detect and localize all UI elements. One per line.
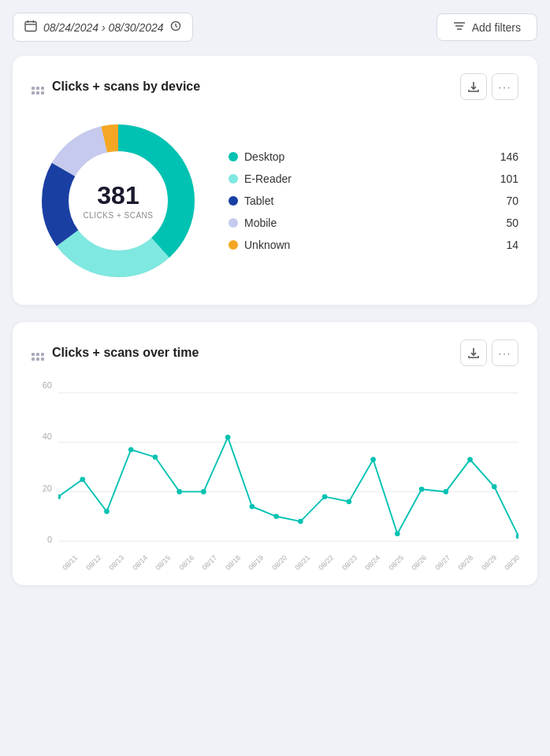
time-more-button[interactable]: ··· xyxy=(492,339,518,366)
y-label-60: 60 xyxy=(32,380,52,390)
y-label-0: 0 xyxy=(32,535,52,544)
svg-point-29 xyxy=(322,494,328,499)
add-filters-button[interactable]: Add filters xyxy=(437,13,537,41)
device-card-title: Clicks + scans by device xyxy=(52,80,200,94)
legend-left: Tablet xyxy=(229,195,273,207)
legend-value-desktop: 146 xyxy=(500,150,518,163)
legend-item-mobile: Mobile 50 xyxy=(229,217,518,229)
legend-dot-desktop xyxy=(229,152,238,161)
device-card-header: Clicks + scans by device ··· xyxy=(32,73,518,100)
svg-point-22 xyxy=(153,454,158,460)
legend-value-e-reader: 101 xyxy=(500,172,518,185)
legend-item-desktop: Desktop 146 xyxy=(229,150,518,163)
clock-icon xyxy=(170,20,181,34)
svg-point-21 xyxy=(128,447,134,453)
date-range-text: 08/24/2024 › 08/30/2024 xyxy=(43,21,164,34)
more-dots-icon: ··· xyxy=(499,81,512,93)
svg-point-31 xyxy=(370,457,376,462)
svg-point-33 xyxy=(419,487,425,492)
svg-point-23 xyxy=(177,489,182,495)
header-bar: 08/24/2024 › 08/30/2024 Add filters xyxy=(13,13,537,42)
drag-icon-2 xyxy=(32,345,44,361)
svg-point-35 xyxy=(467,457,473,462)
legend-name-mobile: Mobile xyxy=(244,217,277,229)
date-range-button[interactable]: 08/24/2024 › 08/30/2024 xyxy=(13,13,193,42)
legend-dot-e-reader xyxy=(229,174,238,183)
line-chart-container: 60 40 20 0 08/1108/1208/1308/1408/1508/1… xyxy=(32,380,518,568)
legend-dot-tablet xyxy=(229,196,238,206)
device-card: Clicks + scans by device ··· xyxy=(13,56,537,305)
svg-point-25 xyxy=(225,435,231,440)
legend-left: Desktop xyxy=(229,150,284,163)
donut-total: 381 xyxy=(84,182,154,209)
legend-dot-unknown xyxy=(229,240,238,250)
legend-left: Unknown xyxy=(229,239,290,251)
svg-point-27 xyxy=(273,513,279,519)
time-card: Clicks + scans over time ··· 60 40 20 0 xyxy=(13,322,537,585)
svg-point-30 xyxy=(347,499,352,505)
device-card-title-group: Clicks + scans by device xyxy=(32,79,200,94)
chart-area xyxy=(58,380,518,557)
legend-item-unknown: Unknown 14 xyxy=(229,239,518,251)
legend-left: E-Reader xyxy=(229,172,292,185)
more-dots-icon-2: ··· xyxy=(499,347,512,359)
svg-point-26 xyxy=(250,504,255,510)
time-card-header: Clicks + scans over time ··· xyxy=(32,339,518,366)
device-download-button[interactable] xyxy=(460,73,487,100)
svg-point-32 xyxy=(395,531,400,536)
legend-value-unknown: 14 xyxy=(506,239,518,251)
legend-name-tablet: Tablet xyxy=(244,195,273,207)
device-card-actions: ··· xyxy=(460,73,518,100)
legend-dot-mobile xyxy=(229,218,238,228)
calendar-icon xyxy=(24,20,37,35)
line-chart-svg xyxy=(58,380,518,554)
svg-point-36 xyxy=(492,484,497,490)
svg-point-34 xyxy=(443,489,448,495)
donut-chart: 381 CLICKS + SCANS xyxy=(32,114,205,287)
filter-icon xyxy=(453,20,466,34)
add-filters-label: Add filters xyxy=(472,21,521,34)
drag-icon xyxy=(32,79,44,94)
svg-rect-0 xyxy=(25,22,36,32)
legend-item-tablet: Tablet 70 xyxy=(229,195,518,207)
x-axis-labels: 08/1108/1208/1308/1408/1508/1608/1708/18… xyxy=(58,560,518,568)
legend-value-mobile: 50 xyxy=(506,217,518,229)
donut-subtitle: CLICKS + SCANS xyxy=(84,211,154,220)
donut-section: 381 CLICKS + SCANS Desktop 146 E-Reader … xyxy=(32,114,518,287)
time-card-title-group: Clicks + scans over time xyxy=(32,345,199,361)
time-card-actions: ··· xyxy=(460,339,518,366)
time-card-title: Clicks + scans over time xyxy=(52,346,199,360)
legend-name-e-reader: E-Reader xyxy=(244,172,292,185)
legend-item-e-reader: E-Reader 101 xyxy=(229,172,518,185)
legend-value-tablet: 70 xyxy=(506,195,518,207)
svg-point-19 xyxy=(80,476,85,482)
legend-name-desktop: Desktop xyxy=(244,150,284,163)
donut-center: 381 CLICKS + SCANS xyxy=(84,182,154,220)
y-axis-labels: 60 40 20 0 xyxy=(32,380,52,544)
y-label-40: 40 xyxy=(32,432,52,441)
time-download-button[interactable] xyxy=(460,339,487,366)
svg-point-28 xyxy=(298,519,303,524)
y-label-20: 20 xyxy=(32,484,52,493)
device-legend: Desktop 146 E-Reader 101 Tablet 70 Mobil… xyxy=(229,150,518,251)
device-more-button[interactable]: ··· xyxy=(492,73,518,100)
svg-point-20 xyxy=(104,509,110,514)
legend-name-unknown: Unknown xyxy=(244,239,290,251)
svg-point-37 xyxy=(516,534,518,539)
svg-point-24 xyxy=(201,489,206,495)
legend-left: Mobile xyxy=(229,217,277,229)
